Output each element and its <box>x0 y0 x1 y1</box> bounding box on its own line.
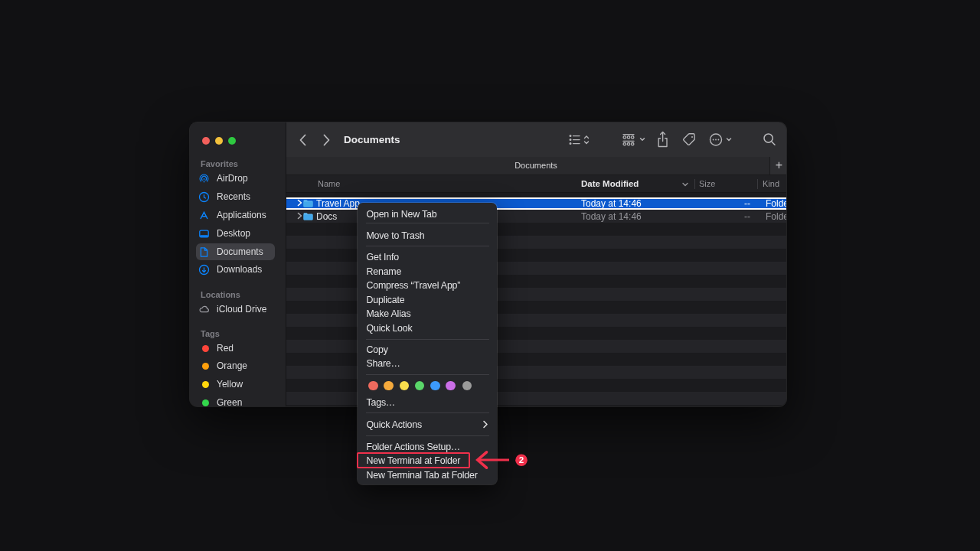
svg-text:2: 2 <box>519 455 524 465</box>
